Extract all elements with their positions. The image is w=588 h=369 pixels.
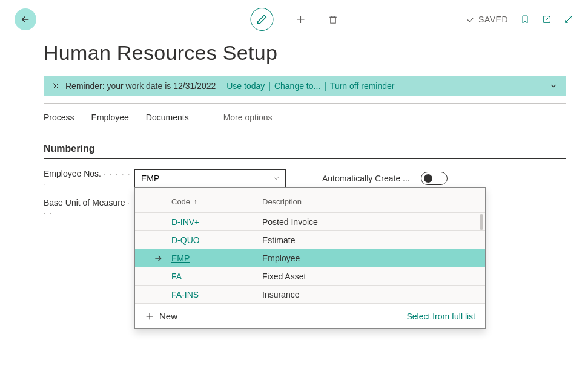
chevron-down-icon <box>549 82 558 90</box>
reminder-use-today[interactable]: Use today <box>226 81 265 91</box>
dropdown-new[interactable]: New <box>145 311 177 321</box>
dropdown-row[interactable]: D-QUOEstimate <box>135 230 485 249</box>
dropdown-row-code: FA-INS <box>171 290 262 299</box>
bookmark-button[interactable] <box>520 15 530 24</box>
action-divider <box>206 111 206 123</box>
employee-nos-label: Employee Nos. · · · · · · <box>44 169 134 188</box>
dropdown-header: Code Description <box>135 188 485 212</box>
dropdown-row[interactable]: FAFixed Asset <box>135 267 485 285</box>
pencil-icon <box>256 14 267 25</box>
action-process[interactable]: Process <box>44 113 74 122</box>
dropdown-row-desc: Posted Invoice <box>262 217 318 227</box>
dropdown-row-code: FA <box>171 272 262 281</box>
col-code-label[interactable]: Code <box>171 197 190 206</box>
reminder-bar: Reminder: your work date is 12/31/2022 U… <box>44 76 566 96</box>
new-button[interactable] <box>295 14 306 25</box>
popout-button[interactable] <box>542 15 552 24</box>
svg-rect-0 <box>330 17 335 23</box>
saved-indicator: SAVED <box>466 15 508 24</box>
dropdown-scrollbar[interactable] <box>480 214 483 230</box>
arrow-left-icon <box>20 14 31 25</box>
trash-icon <box>328 15 338 25</box>
plus-icon <box>145 312 154 321</box>
action-more[interactable]: More options <box>223 113 273 122</box>
reminder-collapse[interactable] <box>549 82 558 90</box>
auto-create-toggle[interactable] <box>421 172 448 185</box>
base-uom-label: Base Unit of Measure · · · <box>44 198 134 217</box>
divider <box>44 131 566 131</box>
edit-button[interactable] <box>250 8 273 31</box>
arrow-right-icon <box>153 253 163 263</box>
dropdown-row-desc: Insurance <box>262 290 299 299</box>
center-toolbar <box>250 8 338 31</box>
popout-icon <box>542 15 552 24</box>
bookmark-icon <box>520 15 530 24</box>
page-title: Human Resources Setup <box>44 41 544 65</box>
sort-asc-icon <box>193 199 199 205</box>
employee-nos-combo[interactable] <box>134 169 286 188</box>
employee-nos-input[interactable] <box>140 173 272 184</box>
plus-icon <box>295 14 306 25</box>
dropdown-full-list[interactable]: Select from full list <box>406 312 475 321</box>
reminder-change-to[interactable]: Change to... <box>274 81 320 91</box>
dropdown-row-code: EMP <box>171 253 262 263</box>
expand-button[interactable] <box>564 15 573 24</box>
col-desc-label[interactable]: Description <box>262 197 302 206</box>
section-underline <box>44 158 566 159</box>
action-employee[interactable]: Employee <box>91 113 129 122</box>
top-toolbar: SAVED <box>0 0 588 30</box>
employee-nos-dropdown: Code Description D-INV+Posted InvoiceD-Q… <box>134 187 486 329</box>
form-area: Employee Nos. · · · · · · Automatically … <box>44 169 566 217</box>
check-icon <box>466 15 475 24</box>
delete-button[interactable] <box>328 15 338 25</box>
auto-create-label: Automatically Create ... <box>322 174 410 183</box>
divider <box>44 103 566 104</box>
section-numbering-title: Numbering <box>44 143 566 154</box>
dropdown-row-code: D-INV+ <box>171 217 262 227</box>
saved-label: SAVED <box>478 15 508 24</box>
dropdown-row-desc: Estimate <box>262 235 295 245</box>
dropdown-row[interactable]: EMPEmployee <box>135 249 485 267</box>
dropdown-row[interactable]: D-INV+Posted Invoice <box>135 212 485 230</box>
dropdown-row[interactable]: FA-INSInsurance <box>135 285 485 303</box>
reminder-text: Reminder: your work date is 12/31/2022 <box>65 81 216 91</box>
employee-nos-caret[interactable] <box>272 174 280 183</box>
reminder-turn-off[interactable]: Turn off reminder <box>330 81 395 91</box>
dropdown-row-desc: Employee <box>262 253 300 263</box>
reminder-close[interactable] <box>52 82 59 90</box>
right-toolbar: SAVED <box>466 15 573 24</box>
expand-icon <box>564 15 573 24</box>
close-icon <box>52 82 59 90</box>
action-documents[interactable]: Documents <box>146 113 189 122</box>
dropdown-footer: New Select from full list <box>135 303 485 328</box>
chevron-down-icon <box>272 174 280 183</box>
back-button[interactable] <box>15 8 36 30</box>
action-bar: Process Employee Documents More options <box>44 111 566 131</box>
dropdown-row-code: D-QUO <box>171 235 262 245</box>
toggle-knob <box>424 174 432 183</box>
dropdown-row-desc: Fixed Asset <box>262 272 306 281</box>
